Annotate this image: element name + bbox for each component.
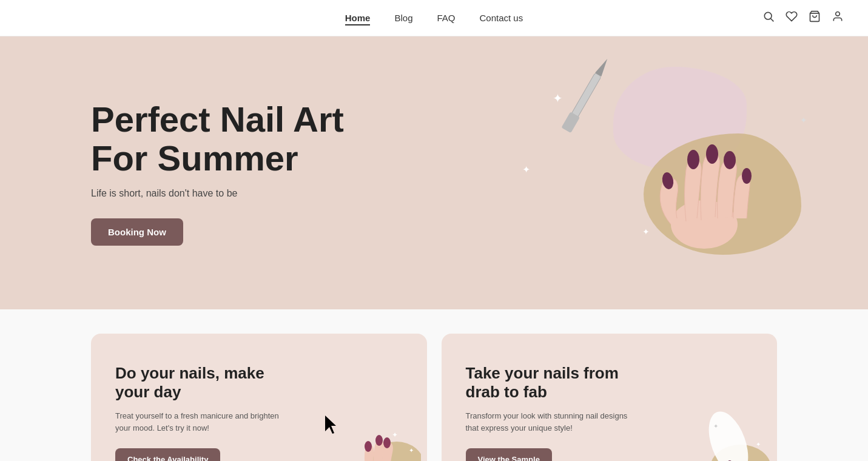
nav-link-faq[interactable]: FAQ bbox=[437, 13, 455, 23]
nav-links: Home Blog FAQ Contact us bbox=[345, 13, 523, 24]
cards-section: Do your nails, make your day Treat yours… bbox=[0, 309, 868, 461]
nav-item-home[interactable]: Home bbox=[345, 13, 371, 24]
svg-point-12 bbox=[742, 168, 752, 184]
card-1-desc: Treat yourself to a fresh manicure and b… bbox=[115, 410, 288, 434]
hero-section: Perfect Nail Art For Summer Life is shor… bbox=[0, 36, 868, 309]
card-1: Do your nails, make your day Treat yours… bbox=[91, 334, 427, 461]
navbar: Home Blog FAQ Contact us bbox=[0, 0, 868, 36]
hero-title: Perfect Nail Art For Summer bbox=[91, 100, 406, 178]
svg-line-1 bbox=[771, 19, 774, 22]
search-icon[interactable] bbox=[762, 10, 775, 25]
hero-content: Perfect Nail Art For Summer Life is shor… bbox=[91, 100, 406, 246]
svg-point-18 bbox=[375, 435, 383, 446]
svg-point-21 bbox=[701, 410, 756, 461]
svg-text:✦: ✦ bbox=[409, 447, 414, 454]
bag-icon[interactable] bbox=[809, 10, 821, 25]
card-1-title: Do your nails, make your day bbox=[115, 364, 288, 402]
card-1-text: Do your nails, make your day Treat yours… bbox=[115, 364, 288, 461]
nav-item-faq[interactable]: FAQ bbox=[437, 13, 455, 24]
booking-now-button[interactable]: Booking Now bbox=[91, 218, 183, 246]
card-2-text: Take your nails from drab to fab Transfo… bbox=[466, 364, 638, 461]
nav-link-home[interactable]: Home bbox=[345, 13, 371, 25]
card-2-title: Take your nails from drab to fab bbox=[466, 364, 638, 402]
svg-marker-6 bbox=[595, 57, 610, 76]
cursor-icon bbox=[325, 416, 342, 440]
check-availability-button[interactable]: Check the Availability bbox=[115, 448, 220, 461]
nav-item-contact[interactable]: Contact us bbox=[480, 13, 523, 24]
heart-icon[interactable] bbox=[786, 10, 798, 25]
view-sample-button[interactable]: View the Sample bbox=[466, 448, 552, 461]
card-2: Take your nails from drab to fab Transfo… bbox=[442, 334, 778, 461]
hero-subtitle: Life is short, nails don't have to be bbox=[91, 188, 406, 199]
svg-point-0 bbox=[764, 12, 772, 19]
hero-illustration: ✦ ✦ ✦ ✦ bbox=[516, 55, 819, 273]
card-2-desc: Transform your look with stunning nail d… bbox=[466, 410, 638, 434]
svg-point-11 bbox=[724, 151, 736, 169]
svg-text:✦: ✦ bbox=[756, 441, 761, 448]
svg-point-3 bbox=[836, 12, 840, 16]
svg-point-19 bbox=[383, 437, 391, 448]
svg-point-9 bbox=[687, 150, 699, 169]
nav-icons bbox=[762, 10, 844, 25]
nav-link-blog[interactable]: Blog bbox=[394, 13, 412, 23]
svg-text:✦: ✦ bbox=[392, 431, 398, 439]
svg-text:✦: ✦ bbox=[713, 423, 718, 429]
svg-point-17 bbox=[365, 441, 372, 452]
svg-rect-4 bbox=[571, 73, 601, 118]
nav-link-contact[interactable]: Contact us bbox=[480, 13, 523, 23]
card-1-illustration: ✦ ✦ bbox=[336, 410, 421, 461]
user-icon[interactable] bbox=[832, 10, 844, 25]
nav-item-blog[interactable]: Blog bbox=[394, 13, 412, 24]
card-2-illustration: ✦ ✦ bbox=[686, 410, 771, 461]
svg-point-10 bbox=[706, 144, 718, 164]
hero-svg bbox=[516, 55, 819, 273]
